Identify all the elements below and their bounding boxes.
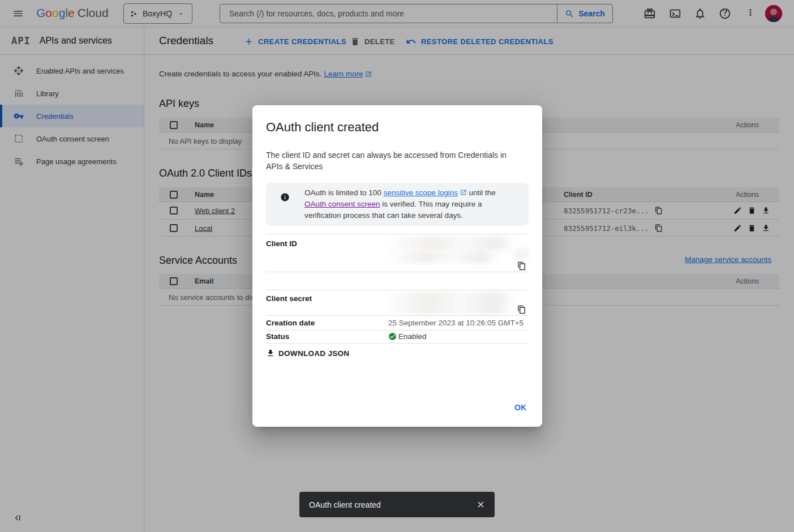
oauth-client-created-dialog: OAuth client created The client ID and s… bbox=[252, 105, 542, 427]
toast-message: OAuth client created bbox=[309, 500, 476, 509]
status-value: Enabled bbox=[398, 332, 427, 341]
client-id-value-redacted bbox=[513, 249, 529, 259]
notice-text: OAuth is limited to 100 sensitive scope … bbox=[304, 187, 515, 221]
client-secret-label: Client secret bbox=[266, 294, 312, 303]
download-json-label: DOWNLOAD JSON bbox=[278, 349, 349, 358]
creation-date-label: Creation date bbox=[266, 319, 315, 327]
dialog-subtitle: The client ID and secret can always be a… bbox=[266, 149, 517, 172]
dialog-title: OAuth client created bbox=[266, 120, 379, 135]
copy-icon[interactable] bbox=[517, 305, 526, 314]
status-label: Status bbox=[266, 332, 289, 341]
creation-date-value: 25 September 2023 at 10:26:05 GMT+5 bbox=[388, 319, 523, 327]
copy-icon[interactable] bbox=[517, 261, 526, 271]
client-secret-value-redacted bbox=[385, 291, 513, 315]
info-icon bbox=[280, 192, 290, 202]
notice-mid: until the bbox=[467, 188, 496, 197]
oauth-consent-screen-link[interactable]: OAuth consent screen bbox=[304, 200, 380, 208]
check-circle-icon bbox=[388, 332, 397, 341]
close-icon[interactable] bbox=[476, 500, 486, 509]
client-secret-row: Client secret bbox=[266, 290, 529, 316]
notice-pre: OAuth is limited to 100 bbox=[304, 188, 384, 197]
oauth-limit-notice: OAuth is limited to 100 sensitive scope … bbox=[266, 183, 529, 226]
toast-snackbar: OAuth client created bbox=[299, 492, 495, 517]
download-json-button[interactable]: DOWNLOAD JSON bbox=[266, 349, 349, 358]
ok-button[interactable]: OK bbox=[511, 401, 530, 414]
download-icon bbox=[266, 349, 275, 358]
sensitive-scope-logins-link[interactable]: sensitive scope logins bbox=[384, 188, 458, 197]
external-link-icon bbox=[460, 189, 467, 196]
status-row: Status Enabled bbox=[266, 331, 529, 344]
client-id-value-redacted bbox=[388, 237, 514, 251]
client-id-row: Client ID bbox=[266, 234, 529, 272]
client-id-label: Client ID bbox=[266, 239, 297, 248]
client-id-value-redacted bbox=[387, 251, 498, 263]
creation-date-row: Creation date 25 September 2023 at 10:26… bbox=[266, 316, 529, 331]
